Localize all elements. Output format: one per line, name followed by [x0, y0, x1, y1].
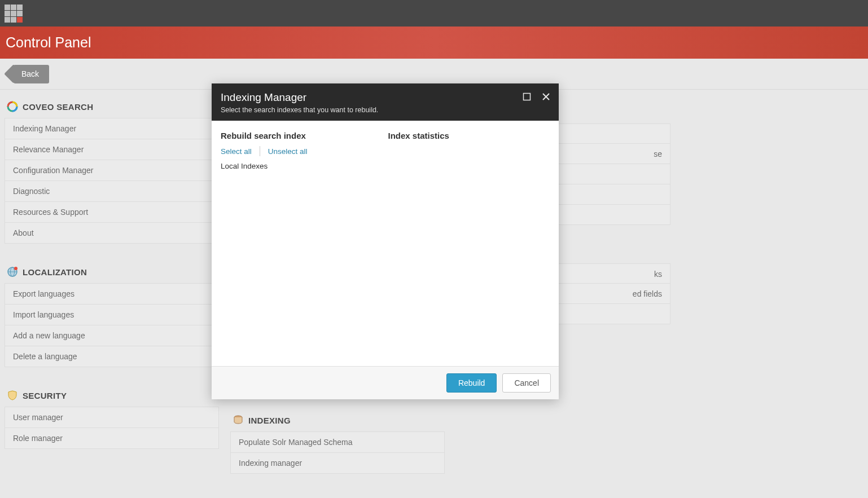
topbar	[0, 0, 868, 27]
section-header-security: SECURITY	[5, 390, 219, 407]
section-header-coveo: COVEO SEARCH	[5, 101, 219, 118]
sidebar-item-export-languages[interactable]: Export languages	[5, 283, 219, 305]
col3-item-6-tail: ed fields	[633, 289, 662, 298]
shield-icon	[7, 390, 18, 401]
section-items-security: User manager Role manager	[5, 407, 219, 449]
coveo-icon	[7, 101, 18, 112]
globe-icon	[7, 266, 18, 277]
sidebar-item-import-languages[interactable]: Import languages	[5, 305, 219, 325]
dialog-footer: Rebuild Cancel	[212, 366, 559, 399]
sidebar-item-add-language[interactable]: Add a new language	[5, 325, 219, 346]
sidebar-item-user-manager[interactable]: User manager	[5, 407, 219, 428]
section-header-indexing: INDEXING	[230, 415, 445, 431]
col3-item-1-tail: se	[654, 149, 662, 158]
sidebar-item-indexing-manager[interactable]: Indexing Manager	[5, 118, 219, 139]
section-localization: LOCALIZATION Export languages Import lan…	[5, 266, 219, 367]
rebuild-index-title: Rebuild search index	[221, 131, 383, 140]
section-items-coveo: Indexing Manager Relevance Manager Confi…	[5, 118, 219, 244]
sidebar-item-role-manager[interactable]: Role manager	[5, 428, 219, 449]
section-indexing: INDEXING Populate Solr Managed Schema In…	[230, 415, 445, 474]
section-items-indexing: Populate Solr Managed Schema Indexing ma…	[230, 431, 445, 474]
unselect-all-link[interactable]: Unselect all	[268, 147, 308, 156]
section-security: SECURITY User manager Role manager	[5, 390, 219, 449]
index-item-local[interactable]: Local Indexes	[221, 162, 383, 170]
sidebar-item-resources-support[interactable]: Resources & Support	[5, 202, 219, 223]
col3-item-5-tail: ks	[654, 270, 662, 279]
page-title: Control Panel	[6, 34, 91, 51]
svg-point-4	[14, 267, 17, 270]
close-icon[interactable]	[541, 91, 551, 102]
sidebar-item-about[interactable]: About	[5, 223, 219, 244]
dialog-left-col: Rebuild search index Select all Unselect…	[221, 131, 383, 356]
section-title-coveo: COVEO SEARCH	[23, 102, 93, 112]
section-items-localization: Export languages Import languages Add a …	[5, 283, 219, 367]
dialog-window-controls	[521, 91, 551, 102]
dialog-header: Indexing Manager Select the search index…	[212, 83, 559, 121]
select-all-link[interactable]: Select all	[221, 147, 252, 156]
sidebar-item-configuration-manager[interactable]: Configuration Manager	[5, 160, 219, 181]
rebuild-button[interactable]: Rebuild	[446, 373, 497, 393]
back-button-label: Back	[21, 69, 39, 78]
maximize-icon[interactable]	[521, 91, 532, 102]
section-title-indexing: INDEXING	[248, 416, 291, 425]
app-logo-icon[interactable]	[5, 5, 23, 23]
dialog-title: Indexing Manager	[221, 91, 550, 104]
dialog-subtitle: Select the search indexes that you want …	[221, 106, 550, 114]
sidebar-item-delete-language[interactable]: Delete a language	[5, 346, 219, 367]
header: Control Panel	[0, 27, 868, 59]
select-actions: Select all Unselect all	[221, 146, 383, 156]
sidebar-item-diagnostic[interactable]: Diagnostic	[5, 181, 219, 202]
section-coveo: COVEO SEARCH Indexing Manager Relevance …	[5, 101, 219, 244]
section-title-security: SECURITY	[23, 391, 67, 400]
sidebar-item-populate-solr[interactable]: Populate Solr Managed Schema	[230, 431, 445, 453]
section-title-localization: LOCALIZATION	[23, 267, 87, 277]
section-header-localization: LOCALIZATION	[5, 266, 219, 283]
dialog-right-col: Index statistics	[388, 131, 550, 356]
back-button[interactable]: Back	[14, 65, 49, 83]
select-divider	[260, 146, 260, 156]
sidebar-item-indexing-manager-2[interactable]: Indexing manager	[230, 453, 445, 474]
indexing-manager-dialog: Indexing Manager Select the search index…	[212, 83, 559, 399]
svg-rect-6	[523, 93, 530, 100]
indexing-icon	[233, 415, 244, 426]
sidebar-item-relevance-manager[interactable]: Relevance Manager	[5, 139, 219, 160]
index-statistics-title: Index statistics	[388, 131, 550, 140]
column-1: COVEO SEARCH Indexing Manager Relevance …	[5, 101, 219, 474]
dialog-body: Rebuild search index Select all Unselect…	[212, 121, 559, 366]
cancel-button[interactable]: Cancel	[502, 373, 551, 393]
